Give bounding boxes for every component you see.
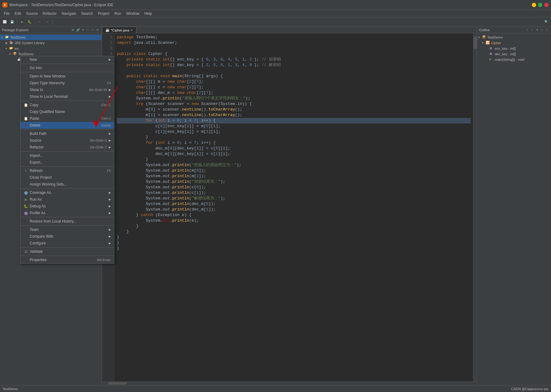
tab-close-icon[interactable]: ✕	[130, 28, 133, 32]
editor-tab-cipher[interactable]: ☕ *Cipher.java ✕	[102, 27, 136, 33]
ctx-item-workingsets[interactable]: Assign Working Sets...	[20, 181, 114, 188]
menu-refactor[interactable]: Refactor	[40, 11, 59, 16]
code-line-7	[117, 68, 471, 73]
refresh-shortcut: F5	[107, 169, 111, 173]
ctx-item-debugas[interactable]: 🐛 Debug As ▶	[20, 203, 114, 210]
outline-expand-cipher: ▾	[482, 41, 486, 44]
ctx-item-openwindow[interactable]: Open in New Window	[20, 73, 114, 80]
ctx-item-profileas[interactable]: ⬤ Profile As ▶	[20, 210, 114, 216]
ctx-label-showin: Show In	[30, 88, 86, 92]
tree-item-jre[interactable]: ▶ 📚 JRE System Library	[0, 40, 102, 46]
ctx-item-export[interactable]: Export...	[20, 159, 114, 166]
ln-2: 2	[102, 40, 112, 46]
collapse-all-icon[interactable]: ⊟	[71, 28, 75, 32]
toolbar-search-btn[interactable]: 🔍	[543, 19, 550, 25]
toolbar-back-btn[interactable]: ←	[36, 19, 43, 25]
minimize-button[interactable]	[532, 3, 536, 7]
ctx-item-restore[interactable]: Restore from Local History...	[20, 218, 114, 225]
maximize-button[interactable]	[538, 3, 542, 7]
ctx-item-source[interactable]: Source Alt+Shift+S ▶	[20, 137, 114, 144]
outline-tree[interactable]: ▾ 📦 TestDemo ▾ C Cipher ◼ enc_key : int[…	[477, 33, 551, 385]
scroll-thumb-h[interactable]	[108, 382, 127, 385]
panel-header-icons: ⊟ 🔗 ▾ — □ ✕	[71, 28, 100, 32]
ctx-item-team[interactable]: Team ▶	[20, 226, 114, 233]
menu-edit[interactable]: Edit	[12, 11, 23, 16]
outline-sort-icon[interactable]: ↕	[525, 28, 529, 32]
menu-source[interactable]: Source	[23, 11, 40, 16]
toolbar-run-btn[interactable]: ▶	[19, 19, 26, 25]
right-panel: Outline ↕ ○ ▾ — □ ▾ 📦 TestDemo ▾ C	[477, 27, 551, 385]
maximize-panel-icon[interactable]: □	[91, 28, 95, 32]
minimize-panel-icon[interactable]: —	[86, 28, 90, 32]
source-arrow: ▶	[109, 139, 111, 142]
ctx-sep-10	[20, 247, 114, 248]
ctx-item-runas[interactable]: ▶ Run As ▶	[20, 196, 114, 203]
link-editor-icon[interactable]: 🔗	[76, 28, 80, 32]
outline-header-icons: ↕ ○ ▾ — □	[525, 28, 549, 32]
outline-item-cipher[interactable]: ▾ C Cipher	[477, 40, 551, 46]
menu-window[interactable]: Window	[124, 11, 142, 16]
ctx-label-workingsets: Assign Working Sets...	[30, 182, 111, 186]
code-line-30: System.out.println("解密结果为：");	[117, 196, 471, 201]
toolbar: ⬜ 💾 ▶ 🐛 ← → 🔍	[0, 17, 551, 27]
import-icon	[23, 153, 28, 158]
package-explorer-header: Package Explorer ⊟ 🔗 ▾ — □ ✕	[0, 27, 102, 33]
close-button[interactable]	[544, 3, 549, 7]
ctx-item-coverageas[interactable]: ⬤ Coverage As ▶	[20, 189, 114, 196]
outline-item-testdemo[interactable]: ▾ 📦 TestDemo	[477, 35, 551, 40]
vertical-scrollbar[interactable]	[473, 33, 477, 382]
scroll-thumb-v[interactable]	[474, 36, 477, 49]
ctx-sep-7	[20, 188, 114, 189]
ctx-item-new[interactable]: New ▶	[20, 56, 114, 63]
ctx-label-validate: Validate	[30, 249, 111, 254]
ctx-item-closeproject[interactable]: Close Project	[20, 174, 114, 181]
tree-item-src[interactable]: ▾ 📂 src	[0, 46, 102, 51]
ctx-item-refresh[interactable]: ↻ Refresh F5	[20, 167, 114, 174]
toolbar-new-btn[interactable]: ⬜	[1, 19, 8, 25]
menu-project[interactable]: Project	[95, 11, 112, 16]
ctx-label-team: Team	[30, 227, 107, 232]
validate-checkbox: ☑	[23, 249, 28, 254]
menu-file[interactable]: File	[1, 11, 12, 16]
code-line-4: public class Cipher {	[117, 51, 471, 57]
toolbar-debug-btn[interactable]: 🐛	[26, 19, 33, 25]
code-line-31: System.out.println(dec_m[0]);	[117, 201, 471, 207]
code-area[interactable]: 1 2 3 4 5 6 7 8 9 10 11 12 13 14 15 16 1…	[102, 33, 477, 382]
refactor-arrow: ▶	[109, 146, 111, 149]
ctx-item-configure[interactable]: Configure ▶	[20, 240, 114, 247]
jre-expand-arrow: ▶	[6, 41, 9, 44]
code-line-21: dec_m[0][dec_key[i]] = c[0][i];	[117, 146, 471, 151]
ctx-item-import[interactable]: Import...	[20, 152, 114, 159]
horizontal-scrollbar[interactable]	[102, 382, 477, 385]
menu-navigate[interactable]: Navigate	[59, 11, 78, 16]
outline-maximize-icon[interactable]: □	[545, 28, 549, 32]
ctx-item-refactor[interactable]: Refactor Alt+Shift+T ▶	[20, 144, 114, 151]
code-line-10: char[][] c = new char[2][7];	[117, 85, 471, 90]
window-controls[interactable]	[532, 3, 549, 7]
ctx-label-new: New	[30, 57, 107, 62]
outline-minimize-icon[interactable]: —	[540, 28, 544, 32]
toolbar-forward-btn[interactable]: →	[44, 19, 51, 25]
outline-item-enckey[interactable]: ◼ enc_key : int[]	[477, 46, 551, 51]
menu-run[interactable]: Run	[112, 11, 124, 16]
src-expand-arrow: ▾	[6, 47, 9, 50]
ctx-sep-5	[20, 151, 114, 152]
ctx-sep-2	[20, 72, 114, 72]
ln-3: 3	[102, 46, 112, 51]
close-panel-icon[interactable]: ✕	[95, 28, 100, 32]
outline-item-deckey[interactable]: ◼ dec_key : int[]	[477, 51, 551, 57]
tree-item-testdemo[interactable]: ▾ 📁 TestDemo	[0, 35, 102, 40]
ctx-item-properties[interactable]: Properties Alt+Enter	[20, 256, 114, 263]
toolbar-save-btn[interactable]: 💾	[9, 19, 15, 25]
view-menu-icon[interactable]: ▾	[81, 28, 85, 32]
ctx-item-gointo[interactable]: Go Into	[20, 65, 114, 71]
copy-icon: 📋	[23, 102, 28, 107]
menu-help[interactable]: Help	[142, 11, 155, 16]
ctx-item-validate[interactable]: ☑ Validate	[20, 248, 114, 255]
outline-menu-icon[interactable]: ▾	[535, 28, 539, 32]
menu-search[interactable]: Search	[79, 11, 95, 16]
code-content[interactable]: package TestDemo; import java.util.Scann…	[114, 33, 473, 382]
outline-hide-fields-icon[interactable]: ○	[530, 28, 534, 32]
ctx-item-comparewith[interactable]: Compare With ▶	[20, 233, 114, 240]
outline-item-main[interactable]: ▶ main(String[]) : void	[477, 57, 551, 62]
